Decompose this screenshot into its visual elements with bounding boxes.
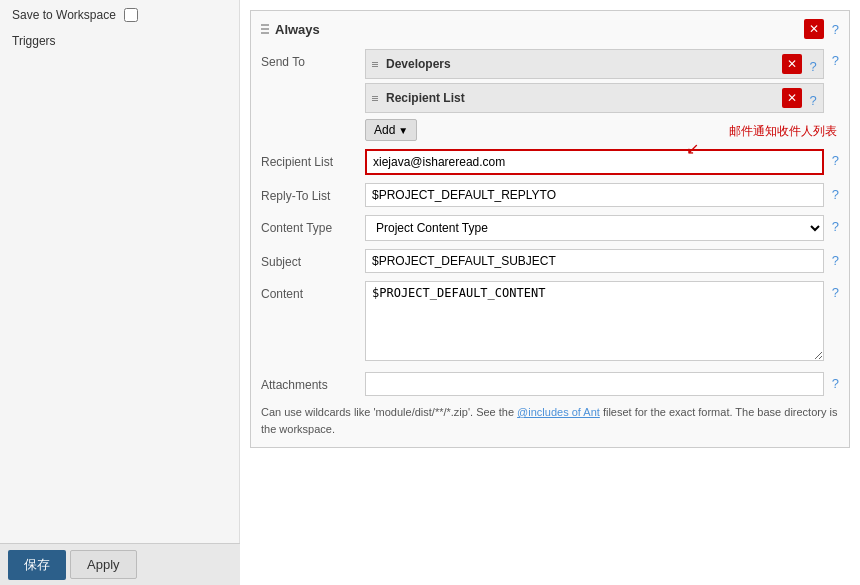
subject-input-wrap	[365, 249, 824, 273]
subject-row: Subject ?	[261, 249, 839, 273]
reply-to-input[interactable]	[365, 183, 824, 207]
send-to-help-icon[interactable]: ?	[832, 49, 839, 68]
content-row: Content $PROJECT_DEFAULT_CONTENT ?	[261, 281, 839, 364]
content-type-label: Content Type	[261, 215, 361, 235]
subject-help-icon[interactable]: ?	[832, 249, 839, 268]
always-panel: Always ✕ ? Send To Developers	[250, 10, 850, 448]
content-type-select[interactable]: Project Content Type	[365, 215, 824, 241]
developers-tag-actions: ✕ ?	[782, 54, 817, 74]
add-button[interactable]: Add ▼	[365, 119, 417, 141]
send-to-tags: Developers ✕ ? Recipient List	[365, 49, 824, 141]
apply-button[interactable]: Apply	[70, 550, 137, 579]
reply-to-label: Reply-To List	[261, 183, 361, 203]
remove-developers-button[interactable]: ✕	[782, 54, 802, 74]
content-type-input-wrap: Project Content Type	[365, 215, 824, 241]
save-to-workspace-checkbox[interactable]	[124, 8, 138, 22]
content-type-row: Content Type Project Content Type ?	[261, 215, 839, 241]
always-header: Always ✕ ?	[261, 19, 839, 39]
add-dropdown-arrow: ▼	[398, 125, 408, 136]
content-type-help-icon[interactable]: ?	[832, 215, 839, 234]
remove-recipient-button[interactable]: ✕	[782, 88, 802, 108]
developers-tag-label: Developers	[372, 57, 451, 71]
main-content: Always ✕ ? Send To Developers	[240, 0, 860, 585]
recipient-tag-help-icon[interactable]: ?	[810, 89, 817, 108]
attachments-input-wrap	[365, 372, 824, 396]
sidebar: Save to Workspace Triggers 保存 Apply	[0, 0, 240, 585]
attachments-label: Attachments	[261, 372, 361, 392]
reply-to-input-wrap	[365, 183, 824, 207]
recipient-list-tag: Recipient List ✕ ?	[365, 83, 824, 113]
developers-help-icon[interactable]: ?	[810, 55, 817, 74]
send-to-row: Send To Developers ✕ ?	[261, 49, 839, 141]
recipient-list-section: 邮件通知收件人列表 ↙ Recipient List ?	[261, 149, 839, 175]
sidebar-item-triggers[interactable]: Triggers	[12, 34, 227, 48]
recipient-list-tag-label: Recipient List	[372, 91, 465, 105]
save-to-workspace-label: Save to Workspace	[12, 8, 116, 22]
subject-input[interactable]	[365, 249, 824, 273]
close-always-button[interactable]: ✕	[804, 19, 824, 39]
at-includes-link[interactable]: @includes of Ant	[517, 406, 600, 418]
attachments-input[interactable]	[365, 372, 824, 396]
recipient-list-input[interactable]	[365, 149, 824, 175]
save-to-workspace-row: Save to Workspace	[12, 8, 227, 22]
developers-drag-handle[interactable]	[372, 62, 378, 67]
footer-note: Can use wildcards like 'module/dist/**/*…	[261, 404, 839, 437]
recipient-list-input-wrap	[365, 149, 824, 175]
always-title-row: Always	[261, 22, 320, 37]
recipient-tag-actions: ✕ ?	[782, 88, 817, 108]
content-input-wrap: $PROJECT_DEFAULT_CONTENT	[365, 281, 824, 364]
send-to-label: Send To	[261, 49, 361, 69]
attachments-row: Attachments ?	[261, 372, 839, 396]
bottom-bar: 保存 Apply	[0, 543, 240, 585]
drag-handle[interactable]	[261, 24, 269, 34]
save-button[interactable]: 保存	[8, 550, 66, 580]
recipient-list-row: Recipient List ?	[261, 149, 839, 175]
recipient-drag-handle[interactable]	[372, 96, 378, 101]
triggers-label: Triggers	[12, 34, 56, 48]
always-help-icon[interactable]: ?	[832, 22, 839, 37]
subject-label: Subject	[261, 249, 361, 269]
reply-to-help-icon[interactable]: ?	[832, 183, 839, 202]
add-button-wrap: Add ▼	[365, 117, 824, 141]
content-help-icon[interactable]: ?	[832, 281, 839, 300]
reply-to-row: Reply-To List ?	[261, 183, 839, 207]
developers-tag: Developers ✕ ?	[365, 49, 824, 79]
attachments-help-icon[interactable]: ?	[832, 372, 839, 391]
content-label: Content	[261, 281, 361, 301]
recipient-list-help-icon[interactable]: ?	[832, 149, 839, 168]
recipient-list-form-label: Recipient List	[261, 149, 361, 169]
always-title: Always	[275, 22, 320, 37]
content-textarea[interactable]: $PROJECT_DEFAULT_CONTENT	[365, 281, 824, 361]
